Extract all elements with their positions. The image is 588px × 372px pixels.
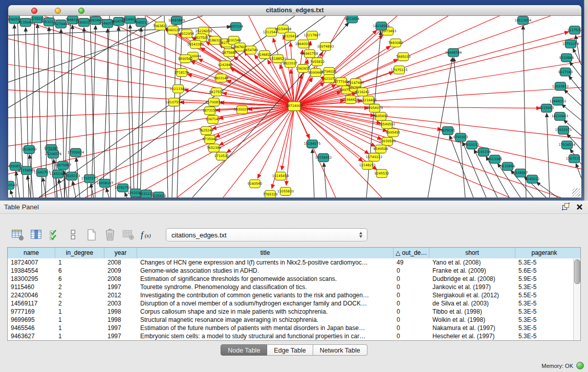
minimize-window-button[interactable] — [55, 8, 61, 14]
tab-node-table[interactable]: Node Table — [221, 344, 267, 356]
close-panel-icon[interactable] — [576, 203, 583, 212]
graph-node-label: 16543382 — [187, 42, 204, 47]
graph-node-label: 7919133 — [465, 143, 479, 147]
graph-node-label: 1117532 — [568, 28, 581, 32]
column-header-out_de[interactable]: △ out_de… — [394, 248, 429, 258]
show-columns-button[interactable] — [29, 227, 44, 243]
table-cell: 5.3E-5 — [515, 299, 573, 308]
table-row[interactable]: 1830029562008Estimation of significance … — [8, 275, 573, 283]
memory-status-indicator[interactable] — [576, 362, 584, 369]
canvas-resize-handle[interactable] — [572, 188, 580, 196]
graph-node-label: 9146821 — [257, 53, 272, 57]
graph-node-label: 1710532 — [214, 154, 229, 158]
table-header-row: namein_degreeyeartitle△ out_de…shortpage… — [8, 248, 580, 259]
table-cell: Yano et al. (2008) — [429, 258, 515, 267]
table-row[interactable]: 946362711997Embryonic stem cells: a mode… — [8, 332, 573, 340]
column-header-short[interactable]: short — [429, 248, 515, 258]
graph-node-label: 7652344 — [207, 146, 221, 150]
graph-node-label: 12213389 — [170, 87, 186, 91]
table-cell: 5.3E-5 — [515, 316, 573, 324]
citation-network-graph[interactable]: 1212544310154408122178071097489312325419… — [8, 16, 581, 198]
delete-rows-button[interactable] — [102, 227, 118, 243]
network-window: citations_edges.txt 12125443101544081221… — [8, 5, 581, 198]
application: citations_edges.txt 12125443101544081221… — [0, 0, 588, 372]
graph-node-label: 17975115 — [391, 68, 407, 72]
table-settings-button[interactable] — [10, 227, 26, 243]
column-header-pagerank[interactable]: pagerank — [515, 248, 573, 258]
graph-node-label: 8215953 — [539, 106, 554, 110]
column-header-name[interactable]: name — [8, 248, 55, 258]
graph-node-label: 15932971 — [555, 128, 572, 132]
tab-network-table[interactable]: Network Table — [313, 344, 367, 356]
graph-node-label: 10154408 — [275, 27, 291, 31]
new-file-button[interactable] — [84, 227, 99, 243]
graph-node-label: 9160540 — [248, 182, 262, 186]
graph-node-label: 7963822 — [153, 24, 167, 28]
network-window-titlebar[interactable]: citations_edges.txt — [8, 5, 581, 16]
graph-node-label: 11942757 — [34, 170, 50, 174]
graph-node-label: 18113054 — [515, 18, 531, 23]
graph-node-label: 2367141 — [206, 117, 220, 121]
graph-node-label: 2718176 — [175, 71, 189, 75]
graph-node-label: 1362615 — [296, 67, 310, 71]
table-cell: 9463627 — [8, 332, 55, 340]
delete-table-button[interactable] — [121, 227, 136, 243]
table-toolbar: f (x) citations_edges.txt — [0, 226, 367, 244]
graph-node-label: 10167487 — [347, 81, 364, 85]
table-body[interactable]: 1872400712008Changes of HCN gene express… — [8, 258, 573, 340]
table-row[interactable]: 1872400712008Changes of HCN gene express… — [8, 258, 573, 267]
graph-node-label: 8990448 — [309, 71, 323, 75]
table-cell: 1 — [55, 332, 104, 340]
network-canvas[interactable]: 1212544310154408122178071097489312325419… — [8, 16, 581, 198]
graph-node-label: 10939599 — [379, 139, 396, 143]
table-row[interactable]: 911546021997Tourette syndrome. Phenomeno… — [8, 283, 573, 291]
table-row[interactable]: 2242004622012Investigating the contribut… — [8, 291, 573, 299]
graph-node-label: 8454749 — [244, 48, 258, 52]
graph-node-label: 16083809 — [168, 18, 185, 23]
table-cell: 2 — [55, 283, 104, 291]
graph-node-label: 9245012 — [525, 177, 539, 181]
table-cell: 5.6E-5 — [515, 267, 573, 275]
tab-edge-table[interactable]: Edge Table — [267, 344, 313, 356]
graph-node-label: 7765329 — [263, 192, 277, 196]
graph-node-label: 12325419 — [282, 34, 298, 38]
table-row[interactable]: 1456911722003Disruption of a novel membe… — [8, 299, 573, 308]
table-row[interactable]: 1938455462009Genome-wide association stu… — [8, 267, 573, 275]
graph-node-label: 16961758 — [301, 52, 318, 56]
zoom-window-button[interactable] — [78, 8, 84, 14]
clear-selection-button[interactable] — [66, 227, 81, 243]
table-cell: 18300295 — [8, 275, 55, 283]
table-cell: 14569117 — [8, 299, 55, 308]
table-panel-header: Table Panel — [0, 201, 588, 214]
table-cell: 2 — [55, 291, 104, 299]
column-header-in_degree[interactable]: in_degree — [55, 248, 104, 258]
graph-node-label: 8135044 — [18, 20, 33, 25]
column-header-year[interactable]: year — [104, 248, 137, 258]
table-cell: 5.9E-5 — [515, 275, 573, 283]
graph-node-label: 8549596 — [374, 147, 388, 151]
combo-arrows-icon — [359, 232, 362, 238]
graph-node-label: 9245532 — [375, 171, 389, 176]
table-cell: Corpus callosum shape and size in male p… — [137, 308, 394, 316]
table-selector[interactable]: citations_edges.txt — [166, 228, 367, 242]
table-cell: Estimation of the future numbers of pati… — [137, 324, 394, 332]
graph-node-label: 8735948 — [203, 137, 217, 141]
graph-node-label: 5875685 — [222, 51, 236, 55]
column-header-title[interactable]: title — [137, 248, 394, 258]
graph-node-label: 18300295 — [234, 107, 250, 112]
graph-node-label: 12217807 — [304, 33, 320, 37]
graph-node-label: 15276407 — [53, 22, 69, 26]
select-all-button[interactable] — [47, 227, 62, 243]
close-window-button[interactable] — [31, 8, 37, 14]
node-table: namein_degreeyeartitle△ out_de…shortpage… — [7, 247, 581, 341]
table-scrollbar[interactable] — [573, 258, 580, 340]
table-scrollbar-thumb[interactable] — [574, 259, 580, 284]
table-cell: 1 — [55, 258, 104, 267]
function-builder-button[interactable]: f (x) — [139, 227, 155, 243]
table-row[interactable]: 946554611997Estimation of the future num… — [8, 324, 573, 332]
table-row[interactable]: 969969511998Structural magnetic resonanc… — [8, 316, 573, 324]
table-row[interactable]: 977716911998Corpus callosum shape and si… — [8, 308, 573, 316]
table-cell: 0 — [394, 275, 429, 283]
float-panel-icon[interactable] — [562, 203, 570, 212]
table-cell: 9699695 — [8, 316, 55, 324]
